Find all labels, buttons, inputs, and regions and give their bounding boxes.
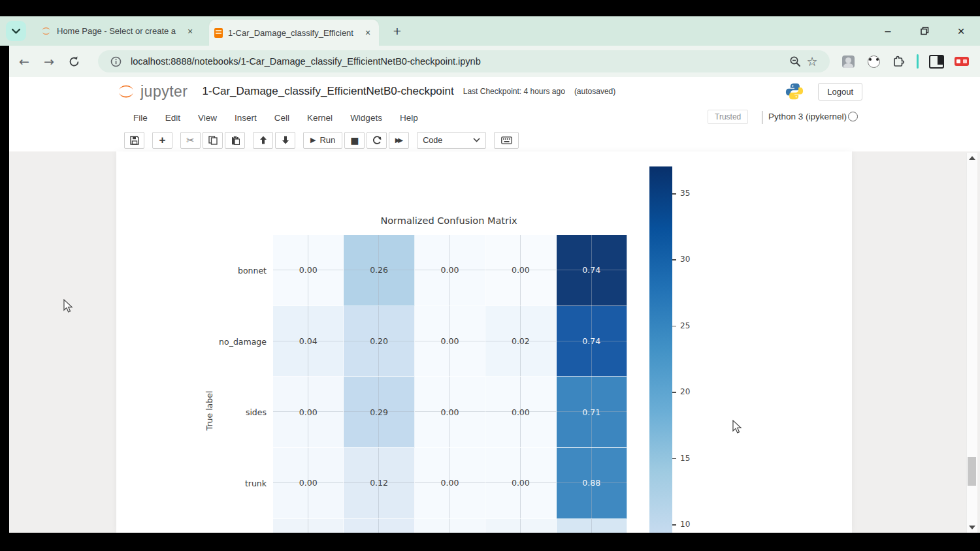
new-tab-button[interactable]: + [388,22,406,40]
menu-insert[interactable]: Insert [235,113,257,123]
heatmap-cell: 0.71 [557,377,627,448]
heatmap-cell: 0.04 [273,306,344,377]
kernel-name-label: Python 3 (ipykernel) [768,112,847,121]
heatmap-row: 0.000.120.000.000.88 [273,448,627,519]
heatmap-cell: 0.00 [273,235,344,306]
menu-view[interactable]: View [198,113,217,123]
colorbar-tick-label: 15 [680,454,690,463]
jupyter-favicon-icon [41,25,52,37]
tab-home-page[interactable]: Home Page - Select or create a × [35,20,201,42]
command-palette-button[interactable] [494,132,519,149]
tab-close-icon[interactable]: × [362,27,374,39]
heatmap-cell [415,519,485,533]
heatmap-cell: 0.00 [415,448,485,519]
heatmap-cell: 0.00 [273,448,344,519]
kernel-idle-icon [848,112,858,121]
profile-extension-icon[interactable] [840,54,856,69]
kernel-separator [762,111,762,124]
colorbar-tick-mark [672,458,676,460]
extensions-puzzle-icon[interactable] [891,54,907,69]
red-badge-extension-icon[interactable] [954,54,970,69]
paste-cell-button[interactable] [225,132,245,149]
tab-search-button[interactable] [6,21,26,41]
cut-cell-button[interactable]: ✂ [180,132,201,149]
address-bar[interactable]: localhost:8888/notebooks/1-Car_Damage_cl… [98,50,830,72]
letterbox-left [0,46,9,533]
row-label: no_damage [192,306,267,377]
colorbar-tick-label: 30 [680,255,690,264]
menu-edit[interactable]: Edit [165,113,180,123]
url-text[interactable]: localhost:8888/notebooks/1-Car_Damage_cl… [131,56,787,67]
colorbar [649,166,672,533]
chrome-toolbar: ← → localhost:8888/notebooks/1-Car_Damag… [9,46,980,78]
restart-kernel-button[interactable] [367,132,387,149]
jupyter-brand[interactable]: jupyter [140,83,188,101]
scrollbar-thumb[interactable] [968,457,976,486]
heatmap-row: 0.000.290.000.000.71 [273,377,627,448]
copy-cell-button[interactable] [203,132,223,149]
heatmap-cell: 0.02 [485,306,556,377]
tab-notebook[interactable]: 1-Car_Damage_classify_Efficient × [209,20,379,46]
window-controls: – × [879,23,970,40]
letterbox-top [0,0,980,16]
forward-icon[interactable]: → [39,52,59,71]
menu-kernel[interactable]: Kernel [307,113,333,123]
cell-type-value: Code [423,136,442,145]
zoom-icon[interactable] [787,53,804,70]
colorbar-tick-label: 25 [680,321,690,330]
heatmap-cell: 0.88 [557,448,627,519]
row-label: bonnet [192,235,267,306]
heatmap-row: 0.040.200.000.020.74 [273,306,627,377]
scroll-up-icon[interactable] [969,156,975,160]
save-button[interactable] [124,132,144,149]
heatmap-cell: 0.74 [557,306,627,377]
menu-cell[interactable]: Cell [274,113,289,123]
tab-close-icon[interactable]: × [184,25,196,37]
python-logo-icon [785,82,804,101]
chevron-down-icon [12,29,20,34]
heatmap-cell: 0.26 [344,235,414,306]
menu-help[interactable]: Help [400,113,418,123]
autosaved-label: (autosaved) [574,87,615,96]
restore-button[interactable] [916,23,933,40]
heatmap-cell: 0.29 [344,377,414,448]
colorbar-tick-mark [672,326,676,327]
interrupt-kernel-button[interactable]: ■ [344,132,365,149]
notebook-favicon-icon [214,28,223,38]
menu-file[interactable]: File [133,113,148,123]
heatmap-cell [273,519,344,533]
heatmap-cell: 0.12 [344,448,414,519]
heatmap-cell [344,519,414,533]
heatmap-row: 0.000.260.000.000.74 [273,235,627,306]
logout-button[interactable]: Logout [818,83,862,101]
refresh-icon[interactable] [64,52,84,71]
add-cell-button[interactable]: + [152,132,172,149]
colorbar-tick-label: 35 [680,189,690,198]
close-window-button[interactable]: × [953,23,970,40]
scroll-down-icon[interactable] [969,526,975,529]
jupyter-title-row: jupyter 1-Car_Damage_classify_EfficientN… [9,77,980,106]
last-checkpoint-label: Last Checkpoint: 4 hours ago [463,87,565,96]
panda-extension-icon[interactable] [866,54,881,69]
sidebar-extension-icon[interactable] [928,54,944,69]
cell-type-select[interactable]: Code [417,132,486,149]
jupyter-header: jupyter 1-Car_Damage_classify_EfficientN… [9,77,980,152]
menu-widgets[interactable]: Widgets [350,113,382,123]
back-icon[interactable]: ← [14,52,34,71]
select-chevron-icon [473,138,480,142]
restart-run-all-button[interactable]: ▶▶ [389,132,409,149]
move-cell-up-button[interactable] [253,132,273,149]
notebook-body: Normalized Confusion Matrix bonnetno_dam… [9,151,980,533]
page-scrollbar[interactable] [966,153,977,533]
trusted-button[interactable]: Trusted [708,110,748,124]
chart-title: Normalized Confusion Matrix [380,215,517,226]
bookmark-star-icon[interactable]: ☆ [804,53,821,70]
notebook-title[interactable]: 1-Car_Damage_classify_EfficientNetB0-che… [203,85,454,98]
jupyter-logo-icon[interactable] [116,82,136,101]
heatmap-row-partial [273,519,627,533]
run-cell-button[interactable]: ▶ Run [303,132,342,149]
minimize-button[interactable]: – [879,23,896,40]
site-info-icon[interactable] [107,53,124,70]
mouse-cursor [63,299,73,313]
move-cell-down-button[interactable] [275,132,295,149]
